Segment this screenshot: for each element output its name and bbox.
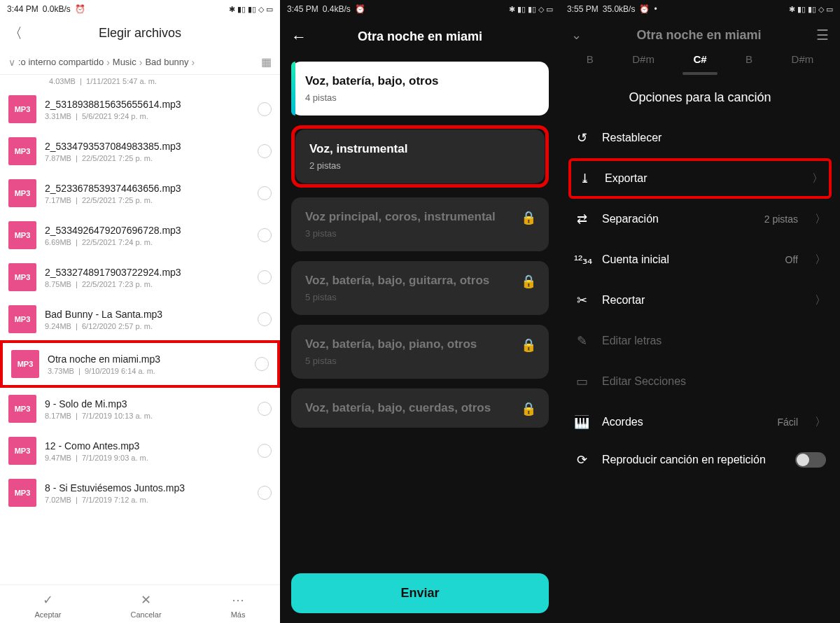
chord-key[interactable]: B [746, 53, 752, 65]
chord-key[interactable]: B [587, 53, 594, 65]
file-select-radio[interactable] [258, 228, 272, 242]
breadcrumb-part[interactable]: Bad bunny [145, 57, 188, 67]
battery-icon: ▭ [546, 5, 553, 14]
file-row-partial[interactable]: 4.03MB | 1/11/2021 5:47 a. m. [0, 75, 280, 88]
more-icon: ⋯ [232, 592, 244, 608]
file-name: 2_5318938815635655614.mp3 [45, 99, 249, 110]
file-select-radio[interactable] [258, 312, 272, 326]
song-options-list: ↺Restablecer⤓Exportar〉⇄Separación2 pista… [560, 118, 840, 442]
file-size: 4.03MB [49, 77, 76, 85]
grid-view-icon[interactable]: ▦ [261, 55, 272, 69]
option-row-count[interactable]: ¹²₃₄Cuenta inicialOff〉 [566, 239, 834, 280]
cancel-button[interactable]: ✕ Cancelar [131, 592, 162, 619]
alarm-icon: ⏰ [75, 4, 85, 14]
menu-icon[interactable]: ☰ [816, 27, 829, 43]
card-sub: 5 pistas [305, 292, 535, 302]
repeat-icon: ⟳ [574, 452, 589, 468]
song-header: ← Otra noche en miami [280, 17, 560, 49]
bluetooth-icon: ✱ [509, 5, 515, 14]
breadcrumb-part[interactable]: Music [113, 57, 136, 67]
file-row[interactable]: MP32_5334793537084983385.mp37.87MB | 22/… [0, 130, 280, 172]
option-label: Recortar [602, 294, 802, 307]
breadcrumb-expand-icon[interactable]: ∨ [8, 57, 15, 68]
file-row[interactable]: MP38 - Si Estuviésemos Juntos.mp37.02MB … [0, 472, 280, 514]
separation-option-card: Voz, batería, bajo, guitarra, otros5 pis… [291, 261, 549, 315]
file-select-radio[interactable] [258, 144, 272, 158]
separation-option-card: Voz, batería, bajo, cuerdas, otros🔒 [291, 388, 549, 428]
option-row-trim[interactable]: ✂Recortar〉 [566, 280, 834, 321]
option-row-export[interactable]: ⤓Exportar〉 [568, 158, 832, 199]
file-row[interactable]: MP3Bad Bunny - La Santa.mp39.24MB | 6/12… [0, 298, 280, 340]
more-button[interactable]: ⋯ Más [231, 592, 246, 619]
bluetooth-icon: ✱ [229, 5, 235, 14]
file-row[interactable]: MP32_5334926479207696728.mp36.69MB | 22/… [0, 214, 280, 256]
repeat-label: Reproducir canción en repetición [602, 453, 783, 468]
alarm-icon: ⏰ [639, 4, 650, 14]
separation-option-card: Voz principal, coros, instrumental3 pist… [291, 197, 549, 251]
option-label: Restablecer [602, 132, 826, 144]
file-select-radio[interactable] [258, 402, 272, 416]
option-value: Fácil [777, 416, 798, 428]
file-row[interactable]: MP3Otra noche en miami.mp33.73MB | 9/10/… [0, 340, 280, 388]
mp3-thumb: MP3 [8, 221, 36, 249]
signal-icon: ▮▯ [528, 5, 536, 14]
file-name: 9 - Solo de Mi.mp3 [45, 398, 249, 410]
file-row[interactable]: MP39 - Solo de Mi.mp38.17MB | 7/1/2019 1… [0, 388, 280, 430]
mp3-thumb: MP3 [8, 437, 36, 465]
file-select-radio[interactable] [258, 186, 272, 200]
file-row[interactable]: MP32_5332748917903722924.mp38.75MB | 22/… [0, 256, 280, 298]
collapse-icon[interactable]: ⌄ [571, 27, 582, 43]
lock-icon: 🔒 [521, 210, 536, 225]
accept-button[interactable]: ✓ Aceptar [35, 592, 62, 619]
file-meta: 3.73MB | 9/10/2019 6:14 a. m. [48, 367, 246, 375]
repeat-toggle[interactable] [795, 452, 826, 468]
mp3-thumb: MP3 [8, 95, 36, 123]
file-select-radio[interactable] [258, 444, 272, 458]
chord-key[interactable]: D#m [632, 53, 654, 65]
file-select-radio[interactable] [258, 102, 272, 116]
highlight-box: Voz, instrumental2 pistas [291, 125, 549, 188]
option-row-chords[interactable]: 🎹AcordesFácil〉 [566, 402, 834, 442]
file-meta: 7.02MB | 7/1/2019 7:12 a. m. [45, 496, 249, 504]
file-meta: 9.24MB | 6/12/2020 2:57 p. m. [45, 322, 249, 330]
bluetooth-icon: ✱ [789, 5, 795, 14]
option-row-reset[interactable]: ↺Restablecer [566, 118, 834, 158]
send-button[interactable]: Enviar [291, 573, 549, 613]
separation-option-card[interactable]: Voz, instrumental2 pistas [295, 130, 545, 183]
file-meta: 7.17MB | 22/5/2021 7:25 p. m. [45, 196, 249, 204]
back-button[interactable]: ← [291, 28, 307, 46]
chord-key[interactable]: C# [693, 53, 706, 65]
sections-icon: ▭ [574, 374, 589, 389]
repeat-row[interactable]: ⟳ Reproducir canción en repetición [560, 442, 840, 477]
breadcrumb[interactable]: ∨ :o interno compartido › Music › Bad bu… [0, 50, 280, 75]
option-row-separate[interactable]: ⇄Separación2 pistas〉 [566, 199, 834, 239]
back-button[interactable]: 〈 [8, 24, 22, 43]
lock-icon: 🔒 [521, 337, 536, 353]
file-name: 2_5332748917903722924.mp3 [45, 267, 249, 278]
breadcrumb-part[interactable]: :o interno compartido [18, 57, 104, 67]
card-label: Voz, batería, bajo, cuerdas, otros [305, 401, 535, 415]
file-select-radio[interactable] [258, 486, 272, 500]
chord-key[interactable]: D#m [792, 53, 814, 65]
separate-icon: ⇄ [574, 211, 589, 227]
chevron-right-icon: 〉 [815, 253, 826, 267]
file-row[interactable]: MP32_5318938815635655614.mp33.31MB | 5/6… [0, 88, 280, 130]
separation-option-card[interactable]: Voz, batería, bajo, otros4 pistas [291, 62, 549, 115]
song-title: Otra noche en miami [307, 29, 549, 45]
card-sub: 2 pistas [309, 160, 531, 171]
wifi-icon: ◇ [818, 5, 824, 14]
file-name: Bad Bunny - La Santa.mp3 [45, 309, 249, 320]
status-time: 3:45 PM [287, 4, 318, 14]
file-info: 8 - Si Estuviésemos Juntos.mp37.02MB | 7… [45, 482, 249, 504]
file-info: 2_5334793537084983385.mp37.87MB | 22/5/2… [45, 141, 249, 162]
file-name: 2_5334926479207696728.mp3 [45, 225, 249, 236]
file-row[interactable]: MP312 - Como Antes.mp39.47MB | 7/1/2019 … [0, 430, 280, 472]
status-bar: 3:55 PM 35.0kB/s ⏰ • ✱ ▮▯ ▮▯ ◇ ▭ [560, 0, 840, 17]
file-row[interactable]: MP32_5233678539374463656.mp37.17MB | 22/… [0, 172, 280, 214]
chevron-right-icon: › [192, 57, 195, 68]
file-select-radio[interactable] [258, 270, 272, 284]
chord-keys-row: BD#mC#BD#m [560, 49, 840, 65]
trim-icon: ✂ [574, 293, 589, 308]
file-select-radio[interactable] [255, 357, 269, 371]
reset-icon: ↺ [574, 130, 589, 146]
